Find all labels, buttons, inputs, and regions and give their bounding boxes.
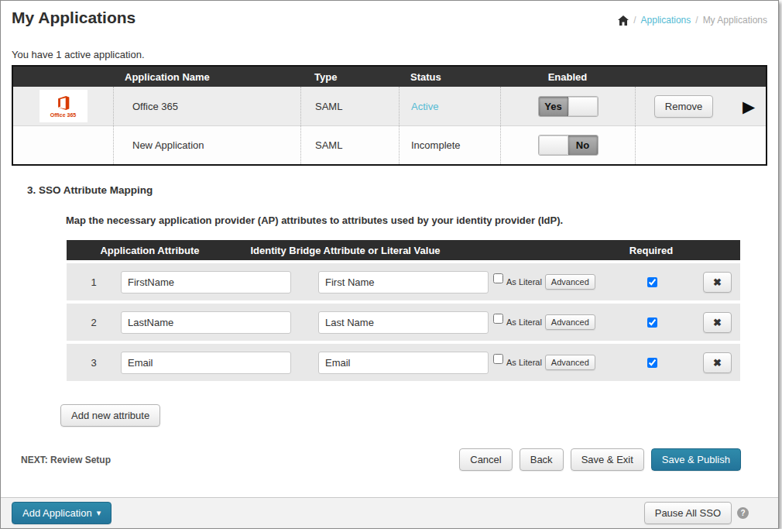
as-literal-checkbox[interactable] [493, 273, 503, 283]
breadcrumb-separator: / [633, 15, 636, 26]
applications-table: Application Name Type Status Enabled Off… [12, 65, 767, 166]
next-step-label: NEXT: Review Setup [21, 455, 111, 465]
delete-attribute-button[interactable]: ✖ [703, 352, 732, 373]
identity-bridge-attribute-input[interactable] [318, 352, 489, 374]
header-status: Status [399, 67, 500, 87]
application-attribute-input[interactable] [121, 311, 291, 334]
status-active: Active [411, 101, 438, 112]
required-checkbox[interactable] [647, 277, 657, 287]
header-icon-spacer [13, 67, 113, 87]
cancel-button[interactable]: Cancel [459, 448, 512, 471]
identity-bridge-attribute-input[interactable] [318, 271, 489, 293]
as-literal-checkbox[interactable] [493, 354, 503, 364]
breadcrumb-separator: / [695, 15, 698, 26]
save-exit-button[interactable]: Save & Exit [571, 448, 644, 471]
application-name: Office 365 [113, 87, 300, 125]
delete-attribute-button[interactable]: ✖ [703, 272, 732, 293]
enabled-toggle-no[interactable]: No [538, 135, 599, 156]
attribute-mapping-header: Application Attribute Identity Bridge At… [67, 240, 740, 260]
attribute-row-3: 3 As Literal Advanced ✖ [67, 344, 740, 381]
required-checkbox[interactable] [647, 317, 657, 328]
application-type: SAML [300, 126, 399, 164]
delete-attribute-button[interactable]: ✖ [703, 312, 732, 333]
as-literal-label: As Literal [506, 317, 542, 327]
pause-all-sso-button[interactable]: Pause All SSO [644, 502, 732, 524]
enabled-toggle-yes[interactable]: Yes [538, 96, 599, 117]
remove-application-button[interactable]: Remove [654, 95, 713, 118]
application-row-office365: Office 365 Office 365 SAML Active Yes Re… [13, 87, 766, 125]
expand-row-icon[interactable]: ▶ [743, 98, 755, 115]
advanced-button[interactable]: Advanced [545, 274, 595, 290]
back-button[interactable]: Back [520, 448, 564, 471]
caret-down-icon: ▾ [97, 508, 101, 518]
add-application-label: Add Application [22, 507, 92, 519]
header-application-name: Application Name [113, 67, 300, 87]
toggle-on-label: Yes [539, 97, 568, 116]
sso-attribute-mapping-description: Map the necessary application provider (… [1, 196, 778, 226]
header-required: Required [574, 245, 729, 256]
breadcrumb-current: My Applications [703, 15, 767, 26]
breadcrumb: / Applications / My Applications [618, 15, 767, 26]
toggle-off-label: No [568, 136, 598, 155]
application-attribute-input[interactable] [121, 352, 291, 374]
header-type: Type [300, 67, 399, 87]
advanced-button[interactable]: Advanced [545, 355, 595, 370]
application-row-new-application: New Application SAML Incomplete No [13, 125, 766, 164]
application-attribute-input[interactable] [121, 271, 291, 293]
save-publish-button[interactable]: Save & Publish [651, 448, 741, 471]
office-365-caption: Office 365 [50, 112, 76, 118]
application-name: New Application [113, 126, 300, 164]
application-type: SAML [300, 87, 399, 125]
row-number: 1 [67, 276, 121, 288]
header-enabled: Enabled [500, 67, 635, 87]
advanced-button[interactable]: Advanced [545, 314, 595, 330]
office-365-logo-glyph [55, 94, 72, 112]
as-literal-label: As Literal [506, 277, 542, 287]
attribute-row-2: 2 As Literal Advanced ✖ [67, 304, 740, 341]
attribute-mapping-table: Application Attribute Identity Bridge At… [67, 240, 740, 381]
add-new-attribute-button[interactable]: Add new attribute [60, 404, 160, 427]
add-application-button[interactable]: Add Application ▾ [12, 502, 111, 524]
as-literal-label: As Literal [506, 358, 542, 367]
help-icon[interactable]: ? [737, 507, 749, 519]
status-incomplete: Incomplete [411, 139, 461, 151]
row-number: 3 [67, 357, 121, 369]
toggle-knob [539, 136, 568, 155]
row-number: 2 [67, 317, 121, 328]
toggle-knob [568, 97, 598, 116]
as-literal-checkbox[interactable] [493, 314, 503, 324]
applications-table-header: Application Name Type Status Enabled [13, 67, 766, 87]
home-icon[interactable] [618, 15, 629, 26]
my-applications-page: My Applications / Applications / My Appl… [0, 0, 779, 529]
page-title: My Applications [12, 9, 135, 27]
attribute-row-1: 1 As Literal Advanced ✖ [67, 263, 740, 300]
bottom-bar: Add Application ▾ Pause All SSO ? [1, 497, 778, 528]
breadcrumb-link-applications[interactable]: Applications [641, 15, 691, 26]
required-checkbox[interactable] [647, 358, 657, 368]
page-header: My Applications / Applications / My Appl… [1, 1, 778, 27]
sso-attribute-mapping-title: 3. SSO Attribute Mapping [1, 166, 778, 196]
active-application-summary: You have 1 active application. [1, 27, 778, 65]
header-application-attribute: Application Attribute [67, 245, 233, 256]
office-365-icon: Office 365 [39, 90, 87, 122]
header-identity-bridge-attribute: Identity Bridge Attribute or Literal Val… [233, 245, 458, 256]
identity-bridge-attribute-input[interactable] [318, 311, 489, 334]
